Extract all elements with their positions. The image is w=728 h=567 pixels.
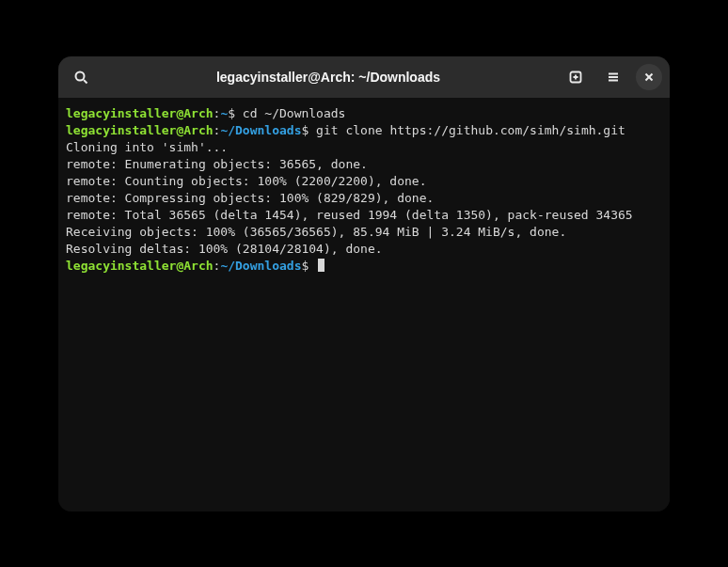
search-icon[interactable] (66, 62, 96, 92)
command-text: cd ~/Downloads (235, 106, 345, 120)
close-icon[interactable] (636, 64, 662, 90)
prompt-user-host: legacyinstaller@Arch (66, 123, 214, 137)
prompt-user-host: legacyinstaller@Arch (66, 259, 214, 273)
svg-point-0 (76, 71, 85, 80)
titlebar: legacyinstaller@Arch: ~/Downloads (58, 56, 670, 98)
output-line: Resolving deltas: 100% (28104/28104), do… (66, 242, 383, 256)
terminal-body[interactable]: legacyinstaller@Arch:~$ cd ~/Downloads l… (58, 98, 670, 512)
output-line: Receiving objects: 100% (36565/36565), 8… (66, 225, 566, 239)
output-line: remote: Counting objects: 100% (2200/220… (66, 174, 427, 188)
output-line: remote: Compressing objects: 100% (829/8… (66, 191, 434, 205)
command-text: git clone https://github.com/simh/simh.g… (309, 123, 625, 137)
window-title: legacyinstaller@Arch: ~/Downloads (103, 70, 553, 85)
prompt-sigil: $ (301, 259, 309, 273)
prompt-path: ~/Downloads (220, 123, 301, 137)
terminal-window: legacyinstaller@Arch: ~/Downloads legacy… (58, 56, 670, 512)
output-line: remote: Enumerating objects: 36565, done… (66, 157, 368, 171)
menu-icon[interactable] (598, 62, 628, 92)
new-tab-icon[interactable] (561, 62, 591, 92)
prompt-user-host: legacyinstaller@Arch (66, 106, 214, 120)
cursor (318, 259, 324, 272)
prompt-path: ~/Downloads (220, 259, 301, 273)
prompt-sigil: $ (228, 106, 235, 120)
output-line: remote: Total 36565 (delta 1454), reused… (66, 208, 633, 222)
svg-line-1 (84, 80, 87, 84)
output-line: Cloning into 'simh'... (66, 140, 228, 154)
